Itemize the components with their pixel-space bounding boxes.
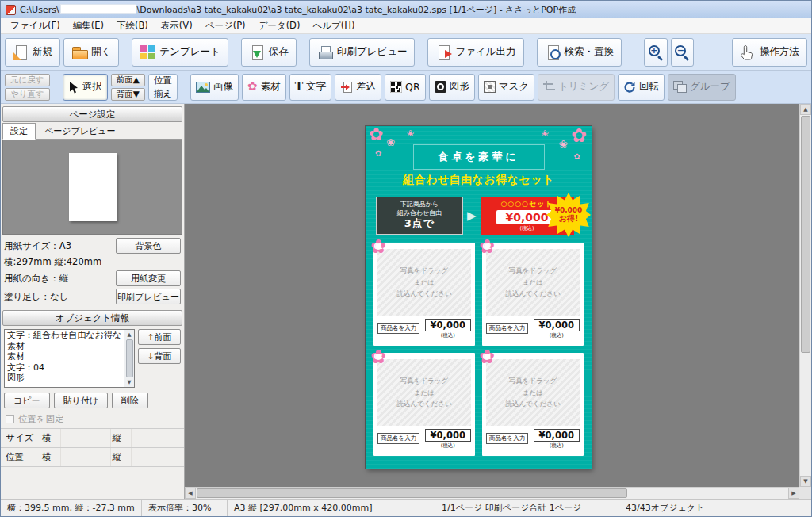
sakura-blossom-icon: ❀: [558, 139, 568, 150]
sidebar-print-preview-button[interactable]: 印刷プレビュー: [116, 289, 181, 304]
poster-document[interactable]: ✿ ❀ ✿ ✿ ❀ ✿ ❀ ❀ 食卓を豪華に 組合わせ自由なお得なセット 下記商…: [366, 126, 592, 469]
search-replace-button[interactable]: 検索・置換: [537, 38, 622, 67]
canvas-horizontal-scrollbar[interactable]: ◀ ▶: [185, 487, 799, 499]
product-name-field[interactable]: 商品名を入力: [486, 323, 528, 334]
file-output-button[interactable]: ファイル出力: [427, 38, 523, 67]
menu-data[interactable]: データ(D): [252, 18, 307, 33]
menu-draft[interactable]: 下絵(B): [110, 18, 155, 33]
background-color-button[interactable]: 背景色: [116, 238, 181, 254]
tab-settings[interactable]: 設定: [2, 123, 36, 140]
fix-position-checkbox[interactable]: [6, 415, 14, 423]
new-button[interactable]: 新規: [5, 38, 60, 67]
object-list-item[interactable]: 素材: [5, 341, 124, 352]
redo-button[interactable]: やり直す: [5, 88, 50, 101]
template-button[interactable]: テンプレート: [132, 38, 228, 67]
object-list-item[interactable]: 文字：04: [5, 362, 124, 373]
text-tool-button[interactable]: T 文字: [289, 74, 331, 101]
object-list-scrollbar[interactable]: ▲ ▼: [124, 330, 134, 387]
print-preview-button[interactable]: 印刷プレビュー: [309, 38, 416, 67]
object-list-item[interactable]: 文字：組合わせ自由なお得な: [5, 330, 124, 341]
material-tool-button[interactable]: ✿ 素材: [242, 74, 286, 101]
offer-condition-box[interactable]: 下記商品から 組み合わせ自由 3点で: [376, 197, 463, 235]
set-price: ¥0,000: [496, 210, 558, 224]
object-list[interactable]: 文字：組合わせ自由なお得な 素材 素材 文字：04 図形 ▲ ▼: [4, 329, 135, 388]
canvas[interactable]: ✿ ❀ ✿ ✿ ❀ ✿ ❀ ❀ 食卓を豪華に 組合わせ自由なお得なセット 下記商…: [185, 104, 811, 499]
menu-file[interactable]: ファイル(F): [4, 18, 67, 33]
zoom-out-button[interactable]: −: [671, 38, 694, 67]
position-x-field[interactable]: [61, 448, 111, 466]
qr-tool-button[interactable]: QR: [385, 74, 426, 101]
scroll-left-icon[interactable]: ◀: [185, 488, 196, 499]
align-button[interactable]: 位置 揃え: [148, 74, 178, 101]
product-card-3[interactable]: ✿ 03 写真をドラッグ または 読込んでください 商品名を入力 ¥0,000: [373, 353, 475, 456]
photo-placeholder[interactable]: 写真をドラッグ または 読込んでください: [486, 359, 580, 426]
object-to-back-button[interactable]: ↓背面: [138, 348, 181, 364]
menu-edit[interactable]: 編集(E): [67, 18, 110, 33]
product-name-field[interactable]: 商品名を入力: [486, 433, 528, 444]
zoom-in-glyph: +: [649, 45, 660, 56]
menu-page[interactable]: ページ(P): [199, 18, 252, 33]
placeholder-line: 写真をドラッグ: [509, 265, 557, 276]
product-price[interactable]: ¥0,000 (税込): [534, 429, 580, 450]
scroll-down-icon[interactable]: ▼: [800, 476, 811, 487]
image-tool-button[interactable]: 画像: [190, 74, 239, 101]
poster-headline-2[interactable]: 組合わせ自由なお得なセット: [366, 173, 592, 187]
send-back-button[interactable]: 背面▼: [111, 88, 145, 101]
open-button[interactable]: 開く: [63, 38, 119, 67]
sakura-blossom-icon: ✿: [369, 126, 383, 144]
scroll-thumb[interactable]: [126, 339, 133, 377]
shape-tool-button[interactable]: 図形: [429, 74, 475, 101]
bring-front-button[interactable]: 前面▲: [111, 74, 145, 86]
delete-button[interactable]: 削除: [112, 393, 148, 408]
rotate-tool-button[interactable]: 回転: [618, 74, 665, 101]
product-card-1[interactable]: ✿ 01 写真をドラッグ または 読込んでください 商品名を入力 ¥0,000: [373, 243, 475, 346]
scroll-up-icon[interactable]: ▲: [128, 331, 132, 338]
scroll-right-icon[interactable]: ▶: [788, 488, 799, 499]
offer-arrow-icon: ▶: [467, 209, 477, 223]
size-height-field[interactable]: [132, 429, 182, 447]
product-name-field[interactable]: 商品名を入力: [377, 323, 419, 334]
vertical-scroll-thumb[interactable]: [801, 116, 810, 353]
sakura-blossom-icon: ❀: [542, 129, 549, 138]
size-width-field[interactable]: [61, 429, 111, 447]
select-tool-button[interactable]: 選択: [63, 74, 108, 101]
photo-placeholder[interactable]: 写真をドラッグ または 読込んでください: [486, 249, 580, 316]
scroll-up-icon[interactable]: ▲: [800, 104, 811, 115]
zoom-in-button[interactable]: +: [644, 38, 667, 67]
undo-button[interactable]: 元に戻す: [5, 74, 50, 86]
photo-placeholder[interactable]: 写真をドラッグ または 読込んでください: [377, 359, 471, 426]
merge-tool-button[interactable]: 差込: [335, 74, 381, 101]
product-card-4[interactable]: ✿ 04 写真をドラッグ または 読込んでください 商品名を入力 ¥0,000: [482, 353, 584, 456]
position-y-field[interactable]: [132, 448, 182, 466]
product-price[interactable]: ¥0,000 (税込): [425, 429, 471, 450]
poster-headline-1[interactable]: 食卓を豪華に: [416, 147, 542, 167]
product-card-2[interactable]: ✿ 02 写真をドラッグ または 読込んでください 商品名を入力 ¥0,000: [482, 243, 584, 346]
scroll-down-icon[interactable]: ▼: [128, 379, 132, 385]
photo-placeholder[interactable]: 写真をドラッグ または 読込んでください: [377, 249, 471, 316]
paste-button[interactable]: 貼り付け: [54, 393, 109, 408]
trim-tool-button[interactable]: トリミング: [538, 74, 615, 101]
group-icon: [673, 81, 687, 93]
placeholder-line: または: [414, 277, 435, 288]
material-tool-label: 素材: [261, 80, 281, 94]
tab-page-preview[interactable]: ページプレビュー: [37, 124, 123, 139]
placeholder-line: または: [414, 387, 435, 398]
product-price[interactable]: ¥0,000 (税込): [534, 319, 580, 339]
object-to-front-button[interactable]: ↑前面: [138, 329, 181, 345]
menu-help[interactable]: ヘルプ(H): [306, 18, 361, 33]
change-paper-button[interactable]: 用紙変更: [116, 270, 181, 286]
horizontal-scroll-thumb[interactable]: [197, 488, 627, 498]
object-list-item[interactable]: 図形: [5, 373, 124, 384]
save-button[interactable]: 保存: [241, 38, 297, 67]
object-list-item[interactable]: 素材: [5, 351, 124, 362]
menubar: ファイル(F) 編集(E) 下絵(B) 表示(V) ページ(P) データ(D) …: [1, 18, 811, 34]
menu-view[interactable]: 表示(V): [155, 18, 199, 33]
product-name-field[interactable]: 商品名を入力: [377, 433, 419, 444]
mask-tool-button[interactable]: マスク: [478, 74, 534, 101]
copy-button[interactable]: コピー: [4, 393, 50, 408]
canvas-vertical-scrollbar[interactable]: ▲ ▼: [799, 104, 811, 487]
group-tool-button[interactable]: グループ: [668, 74, 736, 101]
price-value: ¥0,000: [534, 319, 580, 331]
guide-button[interactable]: 操作方法: [732, 38, 807, 67]
product-price[interactable]: ¥0,000 (税込): [425, 319, 471, 339]
